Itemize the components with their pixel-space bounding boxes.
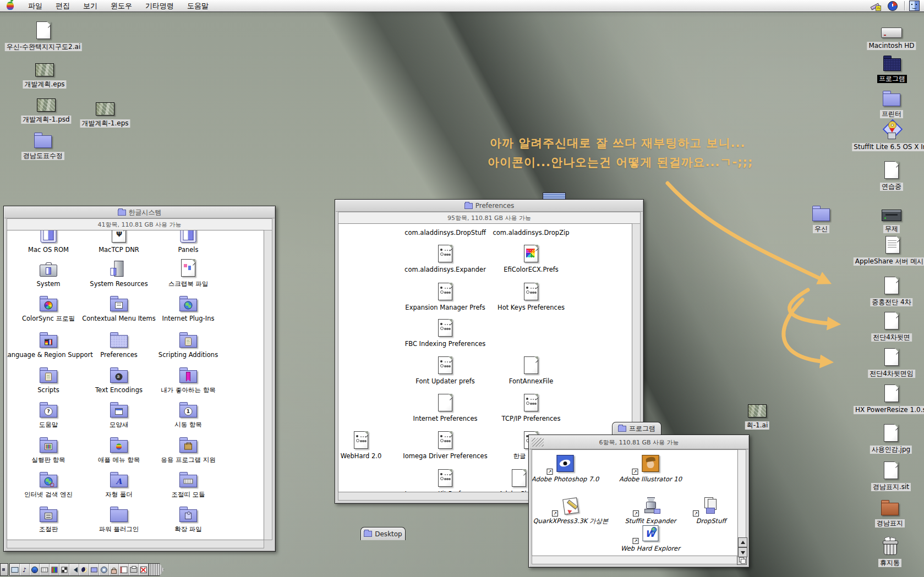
popup-tab-program[interactable]: 프로그램 [612,422,661,435]
file-label: com.aladdinsys.DropStuff [404,229,486,237]
color-profile-file-icon [524,245,538,262]
file-label: DropStuff [696,517,726,525]
annotation-line-1: 아까 알려주신대로 잘 쓰다 재부팅하고 보니... [490,135,746,151]
apple-menu-icon[interactable] [7,2,14,10]
folder-icon [179,475,197,487]
preferences-file-icon [438,356,452,374]
preferences-file-icon [438,283,452,300]
menu-item-5[interactable]: 도움말 [181,0,215,12]
control-strip-module-volume[interactable] [69,564,79,575]
file-sharing-icon [91,567,97,572]
control-strip-module-printer[interactable] [129,564,139,575]
menu-item-4[interactable]: 기타명령 [139,0,181,12]
resolution-icon [61,567,67,573]
preferences-file-icon [524,394,538,411]
scrollbar-arrows[interactable] [738,537,746,556]
window-status-bar: 41항목, 110.81 GB 사용 가능 [7,218,272,230]
file-label: Hot Keys Preferences [497,304,565,311]
folder-icon [110,509,128,522]
popup-tab-desktop[interactable]: Desktop [360,527,406,540]
control-strip[interactable]: ♪ [0,563,164,576]
flags-badge-icon [45,339,52,344]
control-strip-module-energy-moon[interactable] [79,564,89,575]
control-strip-module-resolution[interactable] [59,564,69,575]
file-label: 파워 플러그인 [99,525,139,534]
control-strip-module-color-depth[interactable] [50,564,59,575]
control-strip-module-keyboard[interactable] [40,564,50,575]
open-folder-icon [110,335,128,348]
volume-icon [71,567,78,573]
file-label: Panels [178,246,198,254]
scroll-up-arrow[interactable] [738,537,747,547]
menu-item-0[interactable]: 파일 [21,0,49,12]
input-method-pencil-icon[interactable]: 가 [870,2,880,10]
window-title: 한글시스템 [129,208,162,217]
file-label: Adobe Photoshop 7.0 [532,475,599,483]
file-label: Language Kit Preferences [405,490,486,492]
window-content: Mac OS ROMΨMacTCP DNRPanelsSystemSystem … [7,230,264,540]
appletalk-off-icon [140,567,147,573]
control-strip-module-appletalk-off[interactable] [139,564,149,575]
menu-item-2[interactable]: 보기 [76,0,104,12]
file-label: FBC Indexing Preferences [405,340,486,348]
file-label: MacTCP DNR [99,246,139,254]
file-label: ColorSync 프로필 [22,315,75,323]
item-count-status: 41항목, 110.81 GB 사용 가능 [97,221,181,229]
menu-item-1[interactable]: 편집 [49,0,76,12]
suitcase-icon [40,265,57,277]
scrapbook-file-icon [181,259,195,277]
document-icon [512,469,526,487]
control-strip-end-tab[interactable] [149,563,164,576]
vertical-scrollbar[interactable] [263,230,272,540]
horizontal-scrollbar[interactable] [532,555,738,564]
control-strip-module-contacts[interactable] [119,564,129,575]
network-file-icon: Ψ [112,230,126,243]
photoshop-icon [557,455,574,472]
file-label: Expansion Manager Prefs [405,304,485,311]
control-strip-module-file-sharing[interactable] [89,564,99,575]
enc-badge-icon [116,373,123,380]
window-hangul-system[interactable]: 한글시스템 41항목, 110.81 GB 사용 가능 Mac OS ROMΨM… [3,206,276,552]
script-badge-icon [185,337,192,345]
window-program[interactable]: 6항목, 110.81 GB 사용 가능 ↗Adobe Photoshop 7.… [528,435,750,568]
file-label: Scripting Additions [158,351,218,359]
file-label: System [37,280,61,288]
alias-arrow-badge: ↗ [693,510,699,516]
item-count-status: 95항목, 110.81 GB 사용 가능 [447,214,531,222]
file-label: Preferences [100,351,138,359]
control-strip-module-monitor[interactable] [10,564,20,575]
menu-item-3[interactable]: 윈도우 [104,0,139,12]
puzzle-badge-icon [185,513,192,519]
script-badge-icon [45,372,52,381]
alias-arrow-badge: ↗ [632,469,638,475]
control-strip-module-quicktime[interactable] [30,564,40,575]
file-label: Font Updater prefs [415,377,475,385]
drag-texture[interactable] [532,438,544,447]
annotation-line-2: 아이콘이...안나오는건 어떻게 된걸까요...ㄱ-;;; [488,155,753,170]
folder-icon [40,335,57,348]
alias-arrow-badge: ↗ [633,510,639,516]
preferences-file-icon [438,319,452,337]
window-title-bar[interactable]: 한글시스템 [4,207,275,218]
folder-icon [110,405,128,417]
popup-tab-label: 프로그램 [629,424,655,433]
scroll-down-arrow[interactable] [738,547,747,557]
control-strip-module-security-lock[interactable] [109,564,119,575]
alias-arrow-badge: ↗ [552,510,558,516]
file-label: TCP/IP Preferences [502,415,561,422]
folder-icon [40,299,57,311]
folder-icon [618,426,626,432]
horizontal-scrollbar[interactable] [7,539,264,548]
folder-icon [118,210,126,216]
finder-application-icon[interactable] [909,1,920,11]
window-title-bar[interactable]: Preferences [336,200,643,212]
menu-bar: 파일편집보기윈도우기타명령도움말 가 [0,0,924,12]
item-count-status: 6항목, 110.81 GB 사용 가능 [599,438,679,447]
clock-icon[interactable] [888,1,898,11]
control-strip-module-cd-audio[interactable] [99,564,109,575]
control-strip-collapse-box[interactable] [0,563,8,576]
system-file-icon [41,230,57,243]
preferences-file-icon [354,431,368,449]
wheel-badge-icon [45,301,53,309]
control-strip-module-sound-note[interactable]: ♪ [20,564,30,575]
